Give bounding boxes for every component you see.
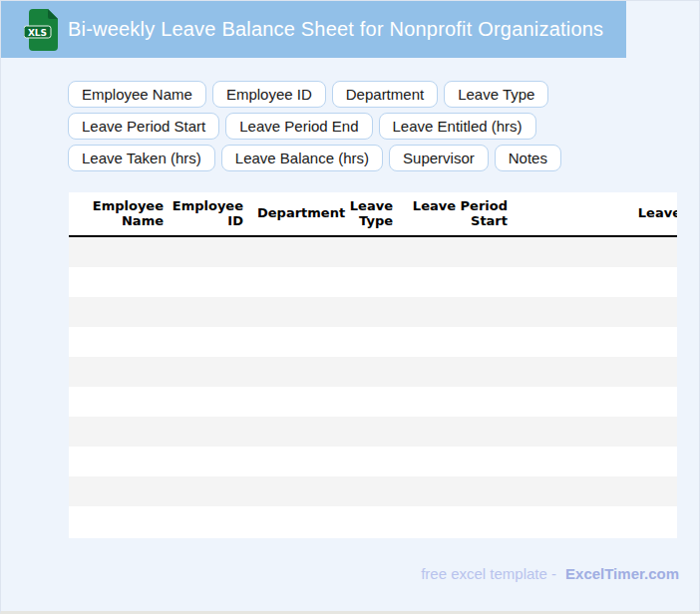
chip-leave-period-end[interactable]: Leave Period End <box>225 113 372 140</box>
table-row <box>69 267 677 297</box>
xls-file-icon: XLS <box>24 9 58 51</box>
chip-leave-type[interactable]: Leave Type <box>444 81 548 108</box>
table-row <box>69 476 677 506</box>
column-header-employee-id: Employee ID <box>172 199 251 229</box>
chip-employee-name[interactable]: Employee Name <box>68 81 206 108</box>
leave-balance-table: Employee NameEmployee IDDepartmentLeave … <box>69 192 677 538</box>
footer: free excel template - ExcelTimer.com <box>421 565 679 582</box>
page-title: Bi-weekly Leave Balance Sheet for Nonpro… <box>68 18 603 41</box>
table-row <box>69 506 677 536</box>
column-header-leave: Leave <box>516 206 677 221</box>
chip-leave-taken-hrs[interactable]: Leave Taken (hrs) <box>68 145 215 171</box>
column-chip-list: Employee NameEmployee IDDepartmentLeave … <box>68 81 658 171</box>
table-row <box>69 327 677 357</box>
chip-leave-balance-hrs[interactable]: Leave Balance (hrs) <box>221 145 383 171</box>
chip-notes[interactable]: Notes <box>495 145 561 171</box>
titlebar: XLS Bi-weekly Leave Balance Sheet for No… <box>1 1 626 58</box>
table-row <box>69 297 677 327</box>
column-header-department: Department <box>251 206 345 221</box>
chip-department[interactable]: Department <box>332 81 438 108</box>
footer-note: free excel template - <box>421 565 556 582</box>
table-row <box>69 357 677 387</box>
column-header-leave-period-start: Leave Period Start <box>401 199 516 229</box>
footer-brand-link[interactable]: ExcelTimer.com <box>565 565 679 582</box>
table-row <box>69 387 677 417</box>
xls-badge-label: XLS <box>28 27 47 37</box>
chip-employee-id[interactable]: Employee ID <box>212 81 326 108</box>
table-row <box>69 237 677 267</box>
chip-leave-period-start[interactable]: Leave Period Start <box>68 113 219 140</box>
table-row <box>69 447 677 476</box>
page: XLS Bi-weekly Leave Balance Sheet for No… <box>0 0 700 614</box>
chip-leave-entitled-hrs[interactable]: Leave Entitled (hrs) <box>379 113 536 140</box>
column-header-employee-name: Employee Name <box>69 199 172 229</box>
file-fold <box>48 9 58 19</box>
column-header-leave-type: Leave Type <box>345 199 401 229</box>
table-header-row: Employee NameEmployee IDDepartmentLeave … <box>69 192 677 237</box>
chip-supervisor[interactable]: Supervisor <box>389 145 489 171</box>
table-row <box>69 417 677 447</box>
table-body <box>69 237 677 536</box>
